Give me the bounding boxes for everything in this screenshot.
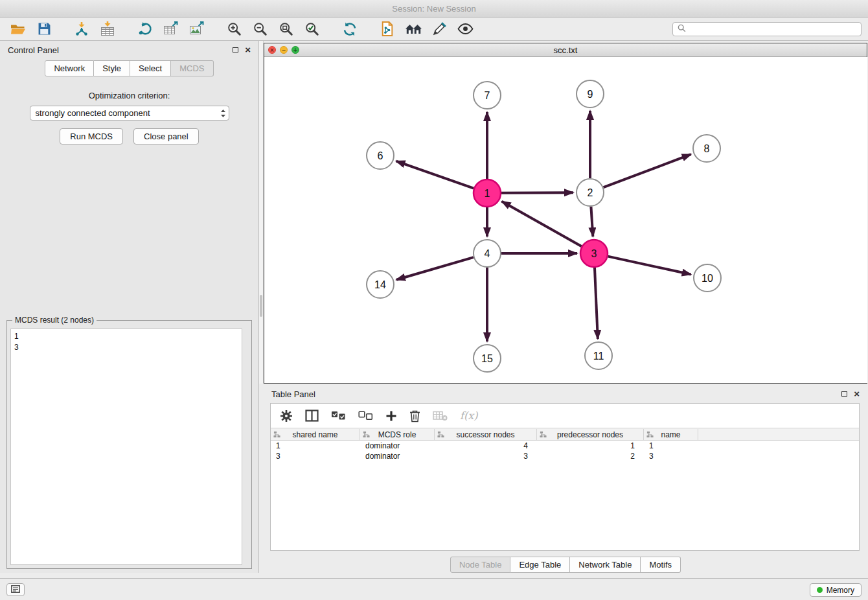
close-window-icon[interactable]: × xyxy=(268,46,276,54)
svg-text:10: 10 xyxy=(702,273,713,284)
table-cell[interactable]: 2 xyxy=(537,451,644,461)
toolbar-group xyxy=(337,19,363,39)
edge-3-1[interactable] xyxy=(502,202,582,246)
columns-icon[interactable] xyxy=(305,410,319,422)
node-7[interactable]: 7 xyxy=(474,82,501,109)
search-icon xyxy=(678,23,686,35)
first-neighbors-icon[interactable] xyxy=(374,19,400,39)
table-cell[interactable]: 3 xyxy=(644,451,698,461)
edge-2-8[interactable] xyxy=(604,154,691,187)
tab-mcds[interactable]: MCDS xyxy=(171,60,213,76)
deselect-all-icon[interactable] xyxy=(358,411,373,421)
criterion-dropdown[interactable]: strongly connected component xyxy=(30,106,229,121)
export-image-icon[interactable] xyxy=(184,19,210,39)
zoom-fit-icon[interactable] xyxy=(273,19,299,39)
table-tabs: Node TableEdge TableNetwork TableMotifs xyxy=(264,557,867,573)
close-panel-icon[interactable]: × xyxy=(245,45,251,54)
edge-3-10[interactable] xyxy=(608,257,691,275)
toolbar-group xyxy=(374,19,478,39)
node-9[interactable]: 9 xyxy=(577,80,604,108)
window-titlebar: Session: New Session xyxy=(0,0,868,17)
close-panel-button[interactable]: Close panel xyxy=(133,128,199,144)
node-11[interactable]: 11 xyxy=(585,342,612,369)
refresh-icon[interactable] xyxy=(337,19,363,39)
command-panel-button[interactable] xyxy=(6,583,25,596)
zoom-window-icon[interactable]: + xyxy=(291,46,299,54)
column-header-successor-nodes[interactable]: successor nodes xyxy=(435,429,537,440)
table-cell[interactable]: 1 xyxy=(537,441,644,451)
table-cell[interactable]: 4 xyxy=(435,441,537,451)
settings-gear-icon[interactable] xyxy=(280,410,293,422)
delete-row-icon[interactable] xyxy=(409,410,420,422)
column-header-name[interactable]: name xyxy=(644,429,698,440)
tab-edge-table[interactable]: Edge Table xyxy=(510,557,570,573)
edge-1-6[interactable] xyxy=(396,161,474,189)
edge-4-14[interactable] xyxy=(396,257,474,280)
control-panel-header: Control Panel × xyxy=(0,41,258,59)
node-2[interactable]: 2 xyxy=(577,179,604,206)
zoom-out-icon[interactable] xyxy=(247,19,273,39)
node-3[interactable]: 3 xyxy=(580,240,608,267)
birdseye-icon[interactable] xyxy=(452,19,478,39)
import-network-icon[interactable] xyxy=(69,19,95,39)
tab-select[interactable]: Select xyxy=(130,60,171,76)
node-6[interactable]: 6 xyxy=(367,142,394,169)
mcds-result-item[interactable]: 1 xyxy=(14,331,238,342)
column-header-predecessor-nodes[interactable]: predecessor nodes xyxy=(537,429,644,440)
node-15[interactable]: 15 xyxy=(474,345,501,372)
scrollbar-thumb[interactable] xyxy=(260,295,262,317)
function-builder-icon[interactable]: f(x) xyxy=(460,410,477,422)
svg-text:6: 6 xyxy=(378,150,383,161)
search-field[interactable] xyxy=(672,22,862,36)
tab-network[interactable]: Network xyxy=(45,60,94,76)
float-panel-icon[interactable] xyxy=(233,47,238,52)
minimize-window-icon[interactable]: – xyxy=(280,46,288,54)
import-table-icon[interactable] xyxy=(95,19,120,39)
table-cell[interactable]: dominator xyxy=(360,451,435,461)
column-header-mcds-role[interactable]: MCDS role xyxy=(360,429,435,440)
network-window-titlebar[interactable]: × – + scc.txt xyxy=(264,43,867,57)
zoom-in-icon[interactable] xyxy=(222,19,247,39)
float-table-panel-icon[interactable] xyxy=(841,391,847,397)
tab-motifs[interactable]: Motifs xyxy=(641,557,681,573)
mcds-result-list[interactable]: 13 xyxy=(10,329,242,565)
edge-2-3[interactable] xyxy=(591,207,593,237)
tab-style[interactable]: Style xyxy=(94,60,130,76)
table-row[interactable]: 1dominator411 xyxy=(271,441,859,451)
open-folder-icon[interactable] xyxy=(5,19,31,39)
tab-network-table[interactable]: Network Table xyxy=(570,557,641,573)
edge-3-11[interactable] xyxy=(595,268,598,339)
run-mcds-button[interactable]: Run MCDS xyxy=(60,128,123,144)
table-panel-body: f(x) shared nameMCDS rolesuccessor nodes… xyxy=(270,403,860,551)
mcds-action-buttons: Run MCDS Close panel xyxy=(0,128,258,144)
memory-button[interactable]: Memory xyxy=(810,583,862,597)
edge-1-2[interactable] xyxy=(501,192,573,193)
add-row-icon[interactable] xyxy=(385,410,397,422)
table-row[interactable]: 3dominator323 xyxy=(271,451,859,461)
network-graph[interactable]: 7968124314101511 xyxy=(265,57,867,383)
table-cell[interactable]: dominator xyxy=(360,441,435,451)
zoom-selected-icon[interactable] xyxy=(299,19,325,39)
node-8[interactable]: 8 xyxy=(693,135,720,162)
mcds-result-item[interactable]: 3 xyxy=(14,342,238,353)
search-input[interactable] xyxy=(689,25,856,34)
home-icon[interactable] xyxy=(400,19,426,39)
column-header-filler xyxy=(698,429,859,440)
save-icon[interactable] xyxy=(31,19,57,39)
table-cell[interactable]: 3 xyxy=(271,451,360,461)
node-14[interactable]: 14 xyxy=(367,271,394,298)
node-1[interactable]: 1 xyxy=(474,179,501,207)
table-cell[interactable]: 3 xyxy=(435,451,537,461)
export-table-icon[interactable] xyxy=(158,19,184,39)
panel-scrollbar[interactable] xyxy=(259,41,264,384)
table-cell[interactable]: 1 xyxy=(644,441,698,451)
annotations-icon[interactable] xyxy=(426,19,452,39)
select-all-icon[interactable] xyxy=(331,411,346,421)
tab-node-table[interactable]: Node Table xyxy=(450,557,511,573)
node-4[interactable]: 4 xyxy=(474,240,501,267)
node-10[interactable]: 10 xyxy=(694,264,721,292)
close-table-panel-icon[interactable]: × xyxy=(854,389,860,398)
table-cell[interactable]: 1 xyxy=(271,441,360,451)
export-network-icon[interactable] xyxy=(132,19,158,39)
column-header-shared-name[interactable]: shared name xyxy=(271,429,360,440)
